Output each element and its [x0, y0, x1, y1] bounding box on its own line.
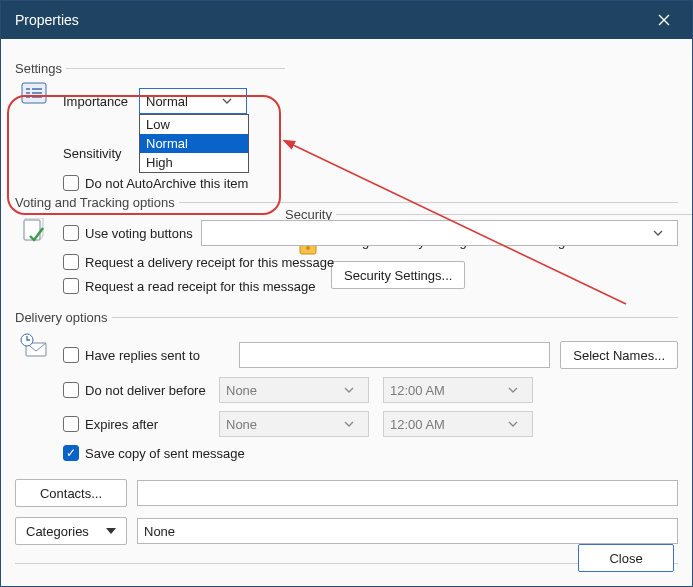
delivery-receipt-checkbox[interactable]	[63, 254, 79, 270]
expires-time-combo[interactable]: 12:00 AM	[383, 411, 533, 437]
settings-group: Settings Importance Norma	[15, 61, 285, 195]
read-receipt-label: Request a read receipt for this message	[85, 279, 316, 294]
importance-combo[interactable]: Normal Low Normal High	[139, 88, 247, 114]
importance-option-normal[interactable]: Normal	[140, 134, 248, 153]
titlebar: Properties	[1, 1, 692, 39]
contacts-field[interactable]	[137, 480, 678, 506]
chevron-down-icon	[344, 387, 362, 393]
not-before-date-combo[interactable]: None	[219, 377, 369, 403]
expires-date-value: None	[226, 417, 257, 432]
categories-value: None	[144, 524, 175, 539]
expires-checkbox[interactable]	[63, 416, 79, 432]
expires-time-value: 12:00 AM	[390, 417, 445, 432]
have-replies-checkbox[interactable]	[63, 347, 79, 363]
autoarchive-checkbox[interactable]	[63, 175, 79, 191]
voting-legend: Voting and Tracking options	[15, 195, 179, 210]
importance-dropdown: Low Normal High	[139, 114, 249, 173]
expires-label: Expires after	[85, 417, 158, 432]
use-voting-label: Use voting buttons	[85, 226, 193, 241]
delivery-group: Delivery options Have replies sent to Se…	[15, 310, 678, 465]
chevron-down-icon	[508, 421, 526, 427]
categories-button-label: Categories	[26, 524, 89, 539]
not-before-label: Do not deliver before	[85, 383, 206, 398]
settings-legend: Settings	[15, 61, 66, 76]
read-receipt-checkbox[interactable]	[63, 278, 79, 294]
chevron-down-icon	[222, 98, 240, 104]
importance-label: Importance	[63, 94, 139, 109]
properties-dialog: Properties Settings	[0, 0, 693, 587]
have-replies-field[interactable]	[239, 342, 550, 368]
categories-button[interactable]: Categories	[15, 517, 127, 545]
contacts-button[interactable]: Contacts...	[15, 479, 127, 507]
select-names-button[interactable]: Select Names...	[560, 341, 678, 369]
importance-option-high[interactable]: High	[140, 153, 248, 172]
delivery-receipt-label: Request a delivery receipt for this mess…	[85, 255, 334, 270]
window-close-button[interactable]	[646, 6, 682, 34]
save-copy-label: Save copy of sent message	[85, 446, 245, 461]
voting-combo[interactable]	[201, 220, 678, 246]
close-icon	[658, 14, 670, 26]
not-before-checkbox[interactable]	[63, 382, 79, 398]
expires-date-combo[interactable]: None	[219, 411, 369, 437]
chevron-down-icon	[344, 421, 362, 427]
not-before-time-value: 12:00 AM	[390, 383, 445, 398]
delivery-legend: Delivery options	[15, 310, 112, 325]
sensitivity-label: Sensitivity	[63, 146, 139, 161]
use-voting-checkbox[interactable]	[63, 225, 79, 241]
not-before-time-combo[interactable]: 12:00 AM	[383, 377, 533, 403]
close-button[interactable]: Close	[578, 544, 674, 572]
caret-down-icon	[106, 528, 116, 534]
window-title: Properties	[15, 12, 79, 28]
save-copy-checkbox[interactable]	[63, 445, 79, 461]
categories-field[interactable]: None	[137, 518, 678, 544]
voting-group: Voting and Tracking options Use voting b…	[15, 195, 678, 298]
importance-value: Normal	[146, 94, 188, 109]
chevron-down-icon	[508, 387, 526, 393]
have-replies-label: Have replies sent to	[85, 348, 200, 363]
not-before-date-value: None	[226, 383, 257, 398]
chevron-down-icon	[653, 230, 671, 236]
importance-option-low[interactable]: Low	[140, 115, 248, 134]
autoarchive-label: Do not AutoArchive this item	[85, 176, 248, 191]
